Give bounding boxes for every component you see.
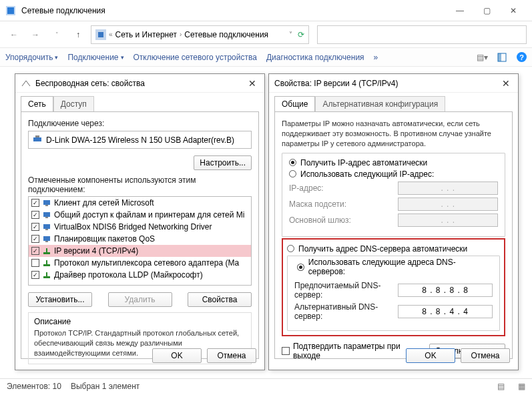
svg-rect-3	[98, 32, 103, 37]
client-icon	[42, 234, 51, 244]
svg-rect-21	[46, 272, 47, 276]
component-item[interactable]: VirtualBox NDIS6 Bridged Networking Driv…	[29, 221, 251, 233]
adapter-icon	[33, 134, 42, 145]
svg-rect-14	[43, 236, 50, 241]
ipv4-cancel-button[interactable]: Отмена	[461, 348, 510, 363]
location-icon	[95, 29, 106, 40]
ipv4-dialog-close[interactable]: ✕	[499, 77, 513, 90]
cmd-connect[interactable]: Подключение▾	[67, 53, 123, 62]
adapter-dialog-close[interactable]: ✕	[246, 77, 259, 90]
svg-rect-12	[43, 224, 50, 229]
alt-dns-label: Альтернативный DNS-сервер:	[294, 302, 398, 321]
cmd-organize[interactable]: Упорядочить▾	[5, 53, 58, 62]
adapter-dialog-title: Беспроводная сеть: свойства	[35, 79, 145, 88]
command-bar: Упорядочить▾ Подключение▾ Отключение сет…	[0, 48, 532, 67]
radio-dns-auto[interactable]: Получить адрес DNS-сервера автоматически	[287, 244, 500, 254]
svg-rect-17	[46, 248, 47, 252]
confirm-on-exit-checkbox[interactable]	[282, 347, 290, 355]
svg-rect-5	[498, 53, 501, 61]
svg-rect-7	[35, 135, 39, 137]
alt-dns-input[interactable]: 8 . 8 . 4 . 4	[398, 305, 493, 318]
description-title: Описание	[34, 317, 246, 326]
window-icon	[5, 5, 16, 16]
svg-rect-10	[43, 212, 50, 217]
tab-access[interactable]: Доступ	[53, 96, 94, 112]
configure-button[interactable]: Настроить...	[194, 155, 252, 170]
client-icon	[42, 198, 51, 208]
svg-rect-11	[45, 217, 48, 218]
preview-pane-icon[interactable]	[497, 52, 507, 63]
nav-up[interactable]: ↑	[69, 26, 87, 43]
cmd-diagnose[interactable]: Диагностика подключения	[266, 53, 364, 62]
component-item[interactable]: Драйвер протокола LLDP (Майкрософт)	[29, 269, 251, 281]
window-title: Сетевые подключения	[21, 6, 105, 15]
component-label: Общий доступ к файлам и принтерам для се…	[54, 210, 244, 220]
title-bar: Сетевые подключения — ▢ ✕	[0, 0, 532, 21]
nav-bar: ← → ˅ ↑ « Сеть и Интернет › Сетевые подк…	[0, 21, 532, 48]
close-button[interactable]: ✕	[500, 1, 527, 20]
svg-rect-20	[43, 276, 50, 278]
adapter-properties-dialog: Беспроводная сеть: свойства ✕ Сеть Досту…	[15, 73, 265, 370]
component-item[interactable]: IP версии 4 (TCP/IPv4)	[29, 245, 251, 257]
component-item[interactable]: Протокол мультиплексора сетевого адаптер…	[29, 257, 251, 269]
address-dropdown[interactable]: ˅	[289, 31, 292, 38]
nav-forward[interactable]: →	[27, 26, 44, 43]
connect-via-label: Подключение через:	[28, 119, 252, 128]
component-checkbox[interactable]	[31, 271, 39, 279]
nav-recent[interactable]: ˅	[48, 26, 65, 43]
view-details-icon[interactable]: ▤	[497, 382, 505, 391]
svg-rect-6	[33, 137, 41, 141]
search-input[interactable]	[317, 25, 527, 44]
adapter-dialog-icon	[21, 78, 31, 89]
component-item[interactable]: Планировщик пакетов QoS	[29, 233, 251, 245]
cmd-disable[interactable]: Отключение сетевого устройства	[134, 53, 257, 62]
radio-ip-auto[interactable]: Получить IP-адрес автоматически	[289, 158, 498, 167]
svg-rect-9	[45, 205, 48, 206]
ipv4-ok-button[interactable]: OK	[406, 348, 455, 363]
svg-rect-13	[45, 229, 48, 230]
breadcrumb-2[interactable]: Сетевые подключения	[184, 30, 268, 39]
adapter-name-box: D-Link DWA-125 Wireless N 150 USB Adapte…	[28, 131, 252, 149]
tab-alt-config[interactable]: Альтернативная конфигурация	[315, 96, 445, 112]
radio-dns-manual[interactable]: Использовать следующие адреса DNS-сервер…	[294, 258, 493, 276]
install-button[interactable]: Установить...	[28, 292, 92, 307]
client-icon	[42, 210, 51, 220]
component-item[interactable]: Клиент для сетей Microsoft	[29, 197, 251, 209]
component-checkbox[interactable]	[31, 235, 39, 243]
tab-network[interactable]: Сеть	[21, 96, 53, 112]
breadcrumb-1[interactable]: Сеть и Интернет	[115, 30, 177, 39]
ip-address-label: IP-адрес:	[289, 183, 398, 193]
view-options-icon[interactable]: ▤▾	[477, 52, 487, 63]
protocol-icon	[42, 258, 51, 268]
component-checkbox[interactable]	[31, 247, 39, 255]
tab-general[interactable]: Общие	[274, 96, 315, 112]
status-bar: Элементов: 10 Выбран 1 элемент ▤ ▦	[0, 378, 532, 393]
view-large-icon[interactable]: ▦	[518, 382, 525, 391]
adapter-ok-button[interactable]: OK	[152, 348, 202, 363]
radio-ip-manual[interactable]: Использовать следующий IP-адрес:	[289, 169, 498, 179]
svg-rect-18	[43, 264, 50, 266]
components-label: Отмеченные компоненты используются этим …	[28, 175, 252, 194]
client-icon	[42, 222, 51, 232]
minimize-button[interactable]: —	[447, 1, 473, 20]
maximize-button[interactable]: ▢	[473, 1, 500, 20]
address-bar[interactable]: « Сеть и Интернет › Сетевые подключения …	[91, 25, 309, 44]
component-item[interactable]: Общий доступ к файлам и принтерам для се…	[29, 209, 251, 221]
component-label: VirtualBox NDIS6 Bridged Networking Driv…	[54, 222, 212, 232]
nav-back[interactable]: ←	[5, 26, 23, 43]
adapter-cancel-button[interactable]: Отмена	[207, 348, 256, 363]
svg-rect-1	[7, 7, 14, 14]
component-checkbox[interactable]	[31, 223, 39, 231]
help-icon[interactable]: ?	[517, 52, 527, 62]
component-checkbox[interactable]	[31, 211, 39, 219]
remove-button[interactable]: Удалить	[108, 292, 172, 307]
pref-dns-input[interactable]: 8 . 8 . 8 . 8	[398, 284, 493, 297]
cmd-more[interactable]: »	[374, 53, 378, 62]
ipv4-intro: Параметры IP можно назначать автоматичес…	[282, 119, 505, 149]
components-list[interactable]: Клиент для сетей MicrosoftОбщий доступ к…	[28, 196, 252, 286]
component-checkbox[interactable]	[31, 199, 39, 207]
svg-rect-8	[43, 200, 50, 205]
properties-button[interactable]: Свойства	[188, 292, 252, 307]
refresh-icon[interactable]: ⟳	[298, 30, 304, 39]
component-checkbox[interactable]	[31, 259, 39, 267]
